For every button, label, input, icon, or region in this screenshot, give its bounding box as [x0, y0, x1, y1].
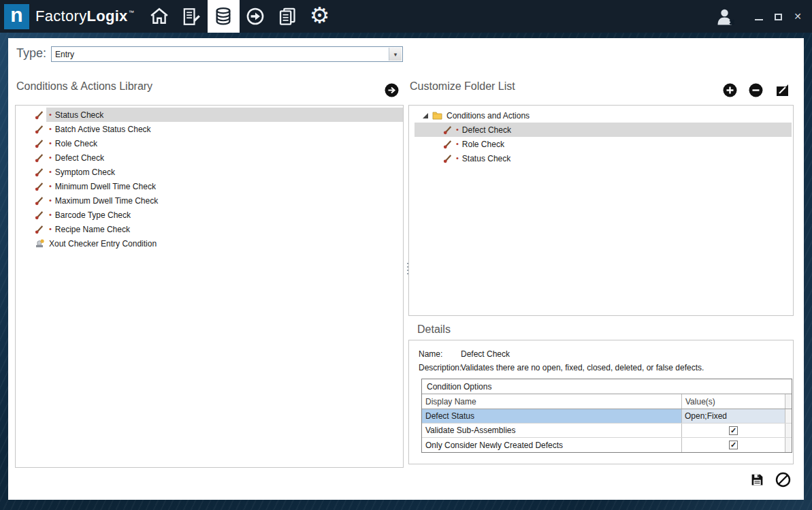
- condition-icon: [443, 125, 453, 135]
- window-controls: ✕: [715, 6, 812, 27]
- bullet-icon: •: [456, 140, 459, 148]
- details-panel: Name: Defect Check Description: Validate…: [408, 340, 794, 464]
- app-logo: n: [4, 4, 29, 29]
- edit-folder-button[interactable]: [775, 82, 790, 98]
- library-item-label: Symptom Check: [55, 168, 115, 177]
- tree-root-folder[interactable]: Conditions and Actions: [409, 108, 793, 123]
- description-value: Validates there are no open, fixed, clos…: [461, 363, 704, 372]
- folder-item-label: Role Check: [462, 140, 504, 149]
- library-item[interactable]: • Recipe Name Check: [16, 222, 403, 236]
- folder-item[interactable]: • Status Check: [415, 151, 792, 165]
- brand-wordmark: FactoryLogix™: [35, 7, 134, 25]
- library-item-label: Maximum Dwell Time Check: [55, 196, 158, 206]
- bullet-icon: •: [49, 154, 52, 161]
- xout-checker-icon: [35, 239, 44, 249]
- library-list: • Status Check • Batch Active Status Che…: [15, 105, 404, 468]
- details-title: Details: [417, 323, 451, 336]
- library-item[interactable]: • Defect Check: [16, 150, 403, 165]
- close-button[interactable]: ✕: [794, 12, 802, 21]
- condition-icon: [35, 225, 44, 234]
- bullet-icon: •: [49, 182, 52, 190]
- save-button[interactable]: [750, 473, 764, 490]
- scrollbar-track: [785, 394, 792, 409]
- library-item[interactable]: • Batch Active Status Check: [16, 122, 403, 136]
- condition-icon: [35, 210, 44, 220]
- scrollbar-track: [785, 409, 792, 423]
- condition-icon: [35, 153, 44, 163]
- remove-folder-button[interactable]: [749, 83, 763, 97]
- name-label: Name:: [419, 349, 461, 359]
- folder-icon: [432, 111, 442, 120]
- maximize-button[interactable]: [775, 14, 782, 20]
- user-account-icon[interactable]: [715, 7, 736, 29]
- cancel-button[interactable]: [775, 472, 791, 490]
- move-to-folder-button[interactable]: [385, 83, 399, 97]
- main-nav: ⚙: [144, 0, 336, 33]
- library-item[interactable]: • Barcode Type Check: [16, 208, 403, 222]
- nav-dispatch-icon[interactable]: [240, 0, 272, 33]
- library-item[interactable]: • Minimum Dwell Time Check: [16, 179, 403, 193]
- checkbox[interactable]: ✓: [729, 441, 738, 449]
- bullet-icon: •: [49, 125, 52, 133]
- option-row[interactable]: Defect Status Open;Fixed ✓: [422, 409, 792, 424]
- column-display-name: Display Name: [422, 394, 682, 409]
- condition-icon: [35, 110, 44, 120]
- description-label: Description:: [419, 363, 461, 372]
- checkbox[interactable]: ✓: [729, 426, 738, 435]
- condition-icon: [35, 125, 44, 134]
- scrollbar-track: [785, 438, 792, 452]
- library-item-label: Defect Check: [55, 153, 104, 163]
- option-value: ✓: [682, 438, 785, 452]
- folder-list-title: Customize Folder List: [410, 80, 515, 93]
- folder-item-label: Defect Check: [462, 125, 511, 135]
- library-item[interactable]: • Xout Checker Entry Condition: [16, 236, 403, 251]
- library-item[interactable]: • Maximum Dwell Time Check: [16, 193, 403, 208]
- scrollbar-track: [785, 424, 792, 437]
- bullet-icon: •: [49, 211, 52, 219]
- name-value: Defect Check: [461, 349, 510, 359]
- nav-settings-gear-icon[interactable]: ⚙: [304, 0, 336, 33]
- folder-tree: Conditions and Actions • Defect Check • …: [408, 105, 794, 316]
- option-name: Only Consider Newly Created Defects: [422, 438, 682, 452]
- dropdown-arrow-icon: ▾: [389, 48, 402, 61]
- folder-item[interactable]: • Defect Check: [415, 123, 792, 137]
- nav-database-icon[interactable]: [208, 0, 240, 33]
- tree-children: • Defect Check • Role Check • Status Che…: [409, 123, 793, 165]
- bullet-icon: •: [456, 126, 459, 133]
- content-panel: Type: Entry ▾ Conditions & Actions Libra…: [8, 38, 804, 500]
- option-name: Defect Status: [422, 409, 682, 423]
- add-folder-button[interactable]: [723, 83, 737, 97]
- option-name: Validate Sub-Assemblies: [422, 424, 682, 437]
- library-item[interactable]: • Role Check: [16, 136, 403, 150]
- condition-icon: [443, 154, 453, 163]
- library-item[interactable]: • Status Check: [16, 108, 403, 122]
- library-item-label: Minimum Dwell Time Check: [55, 182, 156, 191]
- condition-options-table: Condition Options Display Name Value(s) …: [421, 379, 792, 453]
- library-title: Conditions & Actions Library: [16, 80, 152, 93]
- folder-item[interactable]: • Role Check: [415, 137, 792, 151]
- bullet-icon: •: [49, 140, 52, 147]
- condition-icon: [35, 196, 44, 206]
- bullet-icon: •: [49, 197, 52, 204]
- tree-root-label: Conditions and Actions: [446, 111, 530, 121]
- option-row[interactable]: Only Consider Newly Created Defects ✓: [422, 438, 792, 452]
- condition-icon: [443, 140, 453, 149]
- option-row[interactable]: Validate Sub-Assemblies ✓: [422, 424, 792, 438]
- library-item-label: Xout Checker Entry Condition: [49, 239, 157, 249]
- condition-icon: [35, 168, 44, 177]
- library-item-label: Recipe Name Check: [55, 225, 130, 234]
- condition-icon: [35, 139, 44, 148]
- expander-icon[interactable]: [423, 113, 428, 118]
- type-label: Type:: [16, 46, 46, 61]
- option-value: ✓: [682, 424, 785, 437]
- type-dropdown-value: Entry: [55, 50, 74, 59]
- type-dropdown[interactable]: Entry ▾: [51, 46, 403, 62]
- bullet-icon: •: [49, 168, 52, 176]
- minimize-button[interactable]: [755, 13, 763, 20]
- condition-icon: [35, 182, 44, 191]
- option-value: Open;Fixed ✓: [682, 409, 785, 423]
- nav-worksheet-icon[interactable]: [176, 0, 208, 33]
- library-item[interactable]: • Symptom Check: [16, 165, 403, 179]
- nav-documents-icon[interactable]: [272, 0, 304, 33]
- nav-home-icon[interactable]: [144, 0, 176, 33]
